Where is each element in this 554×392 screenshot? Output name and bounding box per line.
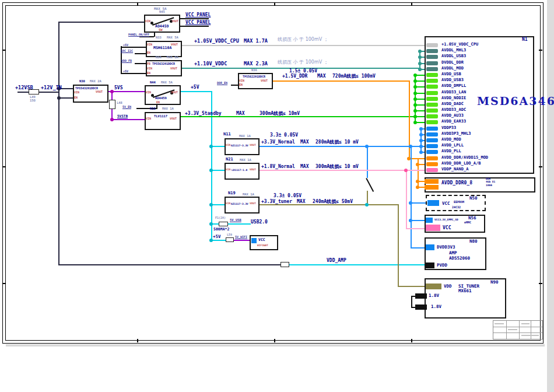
junction-dot (413, 92, 417, 95)
wire (367, 146, 368, 178)
junction-dot (209, 222, 213, 226)
wire (58, 22, 144, 23)
n18-pin-vout: VOUT (170, 117, 177, 120)
net-vcc-panel-1: VCC_PANEL (185, 13, 211, 18)
wire (58, 22, 59, 265)
wire (211, 146, 225, 147)
l49-val: 15Ω (30, 99, 36, 103)
el (495, 323, 504, 324)
net-vdd-amp: VDD_AMP (327, 258, 346, 263)
ddr-info-2: 4Gb X1 (486, 181, 495, 184)
ddr-pin-b (425, 185, 439, 190)
junction-dot (413, 109, 417, 113)
n50-pin-label: VCC (442, 201, 450, 206)
wire (180, 18, 209, 19)
chip-pin (426, 55, 438, 59)
chip-pin (426, 108, 438, 113)
n11-ref: N11 (223, 132, 231, 136)
rail-stb-loss: 300mA线损≤ 10mV (260, 111, 300, 116)
bead-l59 (226, 237, 234, 242)
schematic-canvas: MAX 5A N45 AO4459 SW VIN VOUT PANEL_ON/O… (0, 0, 554, 392)
border-tick (137, 339, 138, 342)
l59-ref: L59 (227, 233, 232, 236)
n18-max: MAX 1A (162, 107, 174, 111)
rail-tuner-name: +3.3V_tuner (261, 200, 292, 204)
l48-ref: L48 (117, 102, 122, 105)
n11-max: MAX 1A (239, 135, 251, 138)
n80-pin1-label: DVDD3V3 (437, 245, 455, 250)
wire (17, 92, 29, 93)
wire (211, 240, 226, 241)
n18-pin-vin: VIN (146, 117, 151, 120)
amp-resistor (280, 262, 289, 267)
chip-pin-label: AVDD_NODIE (441, 96, 466, 100)
net-n34-en: +5V (123, 70, 128, 73)
wire (181, 91, 212, 92)
n30-pin-vout: VOUT (96, 90, 103, 93)
rail-stb-name: +3.3V_Standby (185, 111, 222, 116)
n33-part: MSH6110A (153, 46, 171, 50)
chip-pin (426, 150, 438, 154)
border-tick (2, 50, 6, 51)
chip-pin-label: AVDD_DMPLL (441, 84, 466, 88)
wire (411, 220, 425, 221)
n44-max: MAX 5A (161, 81, 173, 85)
n56-info: eMMC (464, 221, 471, 224)
n90-ref: N90 (490, 280, 499, 285)
border-tick (137, 2, 138, 6)
n80-pvdd-pin (426, 262, 434, 268)
n21-max: MAX 1A (240, 159, 251, 162)
rail-tuner-loss: 240mA线损≤ 50mV (313, 200, 353, 204)
rail-33v-max: MAX (300, 140, 308, 145)
net-panel-onoff: PANEL_ON/OFF (128, 33, 149, 36)
sheet-shadow (6, 344, 545, 346)
wire (135, 53, 146, 54)
wire (59, 97, 73, 99)
title-block (493, 320, 543, 340)
chip-pin (426, 43, 438, 47)
bead-l48 (109, 100, 115, 109)
chip-pin (426, 162, 438, 166)
junction-dot (416, 186, 419, 189)
junction-dot (404, 169, 408, 172)
junction-dot (409, 219, 412, 222)
n18-part: TLV1117 (154, 115, 167, 118)
n21-pin-vout: VOUT (250, 169, 256, 172)
n34-pin-fb: FB (147, 62, 150, 65)
wire (406, 170, 407, 229)
wire (139, 36, 154, 37)
n44-pin-vin: VIN (146, 91, 151, 94)
n90-info-2: MX661 (458, 289, 472, 293)
n30-pin-en: EN (74, 96, 78, 99)
junction-dot (110, 90, 114, 93)
net-usb20: USB2.0 (251, 220, 268, 225)
el (508, 329, 517, 330)
n80-dvdd-pin (426, 244, 434, 250)
chip-pin (426, 132, 438, 136)
chip-pin (426, 49, 438, 53)
junction-dot (413, 97, 417, 101)
wire (211, 204, 225, 205)
n45-pin-vout: VOUT (171, 20, 178, 23)
n90-pin2-label: 1.8V (429, 293, 439, 298)
net-5v-wifi-src: +5V (213, 235, 221, 239)
usb-current: 500MA*2 (213, 228, 229, 232)
junction-dot (419, 133, 423, 136)
rail-vddc-name: +1.10V_VDDC (194, 61, 227, 66)
chip-pin-label: AVDD33_LAN (441, 90, 466, 94)
net-5vstb: 5VSTB (117, 114, 128, 118)
border-tick (411, 2, 412, 6)
n36-ref: N36 (251, 69, 257, 72)
n19-max: MAX 1A (243, 193, 254, 197)
rail-18v-name: +1.8V_Normal (261, 164, 295, 169)
wire (411, 146, 412, 249)
n90-pin3-label: 1.8V (431, 304, 441, 309)
rail-tuner-max: MAX (297, 200, 305, 204)
rail-cpu-name: +1.05V_VDDC_CPU (194, 38, 239, 44)
net-5v-en: 5V_EN (122, 106, 131, 108)
chip-pin-label: AVDD_LPLL (441, 144, 464, 148)
net-5v: +5V (191, 85, 199, 90)
chip-pin-label: AVDD_MOD (441, 138, 461, 142)
chip-pin (426, 127, 438, 131)
wire (398, 286, 426, 287)
